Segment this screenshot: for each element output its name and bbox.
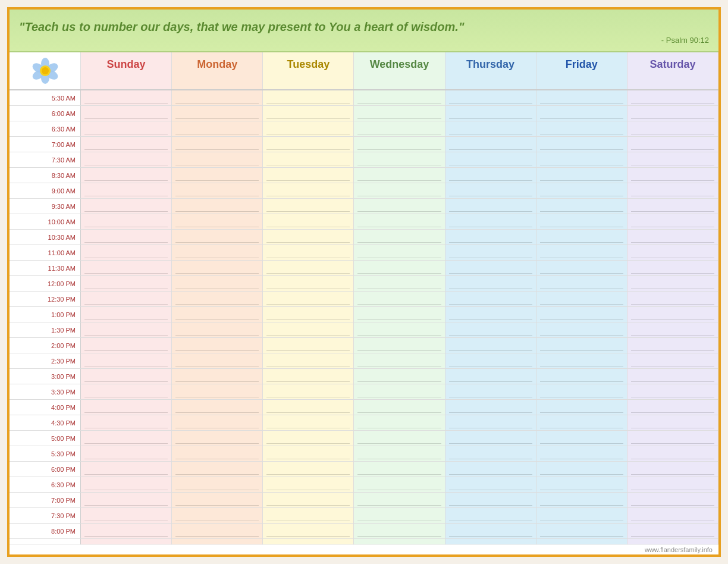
time-cell-thursday[interactable] <box>445 539 536 544</box>
time-cell-monday[interactable] <box>172 338 263 353</box>
time-cell-tuesday[interactable] <box>263 369 354 384</box>
time-cell-monday[interactable] <box>172 261 263 275</box>
time-cell-thursday[interactable] <box>445 415 536 430</box>
time-cell-sunday[interactable] <box>81 524 172 538</box>
time-cell-thursday[interactable] <box>445 477 536 492</box>
time-cell-friday[interactable] <box>536 292 627 306</box>
time-cell-thursday[interactable] <box>445 292 536 306</box>
time-cell-saturday[interactable] <box>627 322 718 337</box>
time-cell-tuesday[interactable] <box>263 214 354 229</box>
time-cell-monday[interactable] <box>172 524 263 538</box>
time-cell-saturday[interactable] <box>627 276 718 291</box>
time-cell-friday[interactable] <box>536 493 627 507</box>
time-cell-wednesday[interactable] <box>354 369 445 384</box>
time-cell-saturday[interactable] <box>627 137 718 152</box>
time-cell-thursday[interactable] <box>445 369 536 384</box>
time-cell-wednesday[interactable] <box>354 338 445 353</box>
time-cell-thursday[interactable] <box>445 353 536 368</box>
time-cell-tuesday[interactable] <box>263 183 354 198</box>
time-cell-tuesday[interactable] <box>263 276 354 291</box>
time-cell-friday[interactable] <box>536 539 627 544</box>
time-cell-monday[interactable] <box>172 353 263 368</box>
time-cell-sunday[interactable] <box>81 322 172 337</box>
time-cell-monday[interactable] <box>172 90 263 105</box>
time-cell-friday[interactable] <box>536 462 627 477</box>
time-cell-friday[interactable] <box>536 307 627 322</box>
time-cell-friday[interactable] <box>536 369 627 384</box>
time-cell-monday[interactable] <box>172 493 263 507</box>
time-cell-friday[interactable] <box>536 415 627 430</box>
time-cell-friday[interactable] <box>536 508 627 523</box>
time-cell-thursday[interactable] <box>445 230 536 245</box>
time-cell-sunday[interactable] <box>81 183 172 198</box>
time-cell-tuesday[interactable] <box>263 477 354 492</box>
time-cell-thursday[interactable] <box>445 261 536 275</box>
time-cell-sunday[interactable] <box>81 168 172 183</box>
time-cell-tuesday[interactable] <box>263 524 354 538</box>
time-cell-tuesday[interactable] <box>263 199 354 214</box>
time-cell-monday[interactable] <box>172 106 263 121</box>
time-cell-wednesday[interactable] <box>354 106 445 121</box>
time-cell-sunday[interactable] <box>81 261 172 275</box>
time-cell-saturday[interactable] <box>627 353 718 368</box>
time-cell-tuesday[interactable] <box>263 431 354 446</box>
time-cell-saturday[interactable] <box>627 183 718 198</box>
time-cell-tuesday[interactable] <box>263 261 354 275</box>
time-cell-thursday[interactable] <box>445 199 536 214</box>
time-cell-sunday[interactable] <box>81 384 172 399</box>
time-cell-sunday[interactable] <box>81 493 172 507</box>
time-cell-monday[interactable] <box>172 307 263 322</box>
time-cell-sunday[interactable] <box>81 400 172 415</box>
time-cell-tuesday[interactable] <box>263 168 354 183</box>
time-cell-tuesday[interactable] <box>263 90 354 105</box>
time-cell-wednesday[interactable] <box>354 446 445 461</box>
time-cell-sunday[interactable] <box>81 431 172 446</box>
time-cell-monday[interactable] <box>172 214 263 229</box>
time-cell-saturday[interactable] <box>627 199 718 214</box>
time-cell-sunday[interactable] <box>81 369 172 384</box>
time-cell-saturday[interactable] <box>627 539 718 544</box>
time-cell-friday[interactable] <box>536 245 627 260</box>
time-cell-wednesday[interactable] <box>354 307 445 322</box>
time-cell-wednesday[interactable] <box>354 183 445 198</box>
time-cell-thursday[interactable] <box>445 462 536 477</box>
time-cell-saturday[interactable] <box>627 214 718 229</box>
time-cell-wednesday[interactable] <box>354 90 445 105</box>
time-cell-tuesday[interactable] <box>263 338 354 353</box>
time-cell-monday[interactable] <box>172 508 263 523</box>
time-cell-wednesday[interactable] <box>354 322 445 337</box>
time-cell-sunday[interactable] <box>81 152 172 167</box>
time-cell-sunday[interactable] <box>81 276 172 291</box>
time-cell-saturday[interactable] <box>627 415 718 430</box>
time-cell-sunday[interactable] <box>81 245 172 260</box>
time-cell-saturday[interactable] <box>627 446 718 461</box>
time-cell-saturday[interactable] <box>627 261 718 275</box>
time-cell-wednesday[interactable] <box>354 261 445 275</box>
time-cell-friday[interactable] <box>536 199 627 214</box>
time-cell-thursday[interactable] <box>445 508 536 523</box>
time-cell-friday[interactable] <box>536 121 627 136</box>
time-cell-monday[interactable] <box>172 168 263 183</box>
time-cell-wednesday[interactable] <box>354 524 445 538</box>
time-cell-tuesday[interactable] <box>263 353 354 368</box>
time-cell-monday[interactable] <box>172 446 263 461</box>
time-cell-saturday[interactable] <box>627 524 718 538</box>
time-cell-sunday[interactable] <box>81 539 172 544</box>
time-cell-wednesday[interactable] <box>354 477 445 492</box>
time-cell-sunday[interactable] <box>81 230 172 245</box>
time-cell-tuesday[interactable] <box>263 137 354 152</box>
time-cell-monday[interactable] <box>172 400 263 415</box>
time-cell-saturday[interactable] <box>627 431 718 446</box>
time-cell-thursday[interactable] <box>445 106 536 121</box>
time-cell-wednesday[interactable] <box>354 462 445 477</box>
time-cell-thursday[interactable] <box>445 322 536 337</box>
time-cell-sunday[interactable] <box>81 415 172 430</box>
time-cell-wednesday[interactable] <box>354 245 445 260</box>
time-cell-tuesday[interactable] <box>263 462 354 477</box>
time-cell-saturday[interactable] <box>627 106 718 121</box>
time-cell-tuesday[interactable] <box>263 539 354 544</box>
time-cell-thursday[interactable] <box>445 152 536 167</box>
time-cell-tuesday[interactable] <box>263 493 354 507</box>
time-cell-monday[interactable] <box>172 477 263 492</box>
time-cell-friday[interactable] <box>536 524 627 538</box>
